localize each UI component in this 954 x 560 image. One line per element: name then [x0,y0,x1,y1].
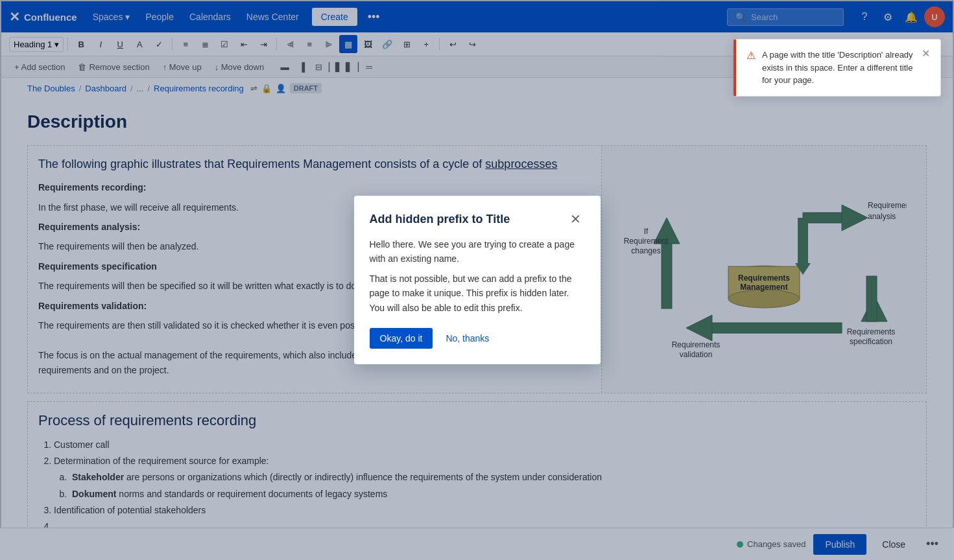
modal-no-button[interactable]: No, thanks [438,328,497,349]
modal-footer: Okay, do it No, thanks [370,328,585,349]
toast-close-button[interactable]: ✕ [922,49,930,59]
toast-message: A page with the title 'Description' alre… [762,49,915,87]
modal-dialog: Add hidden prefix to Title ✕ Hello there… [354,196,601,364]
modal-title: Add hidden prefix to Title [370,213,510,226]
modal-close-button[interactable]: ✕ [566,211,585,227]
error-toast: ⚠ A page with the title 'Description' al… [733,39,941,97]
error-icon: ⚠ [746,49,756,62]
modal-para-1: Hello there. We see you are trying to cr… [370,237,585,266]
modal-body: Hello there. We see you are trying to cr… [370,237,585,315]
modal-para-2: That is not possible, but we can add a p… [370,272,585,315]
modal-header: Add hidden prefix to Title ✕ [370,211,585,227]
modal-ok-button[interactable]: Okay, do it [370,328,433,349]
